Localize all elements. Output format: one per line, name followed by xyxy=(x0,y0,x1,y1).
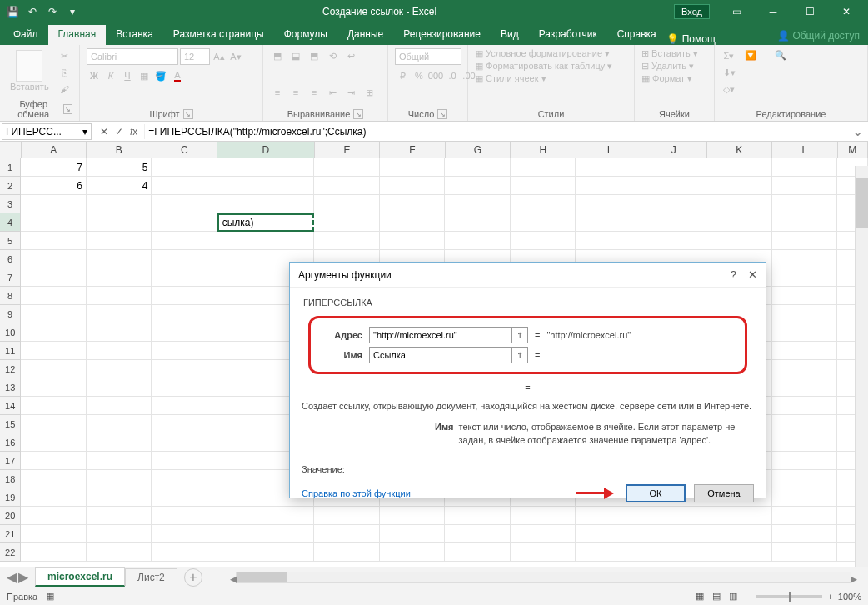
cell[interactable] xyxy=(21,360,86,378)
cell[interactable] xyxy=(511,177,576,195)
row-header[interactable]: 4 xyxy=(0,213,21,232)
cell[interactable] xyxy=(706,195,771,213)
cell[interactable] xyxy=(152,488,217,507)
row-header[interactable]: 5 xyxy=(0,232,21,250)
col-header[interactable]: C xyxy=(152,142,217,158)
cell[interactable] xyxy=(87,397,152,415)
shrink-font-icon[interactable]: A▾ xyxy=(228,49,243,64)
col-header[interactable]: F xyxy=(380,142,445,158)
paste-button[interactable]: Вставить xyxy=(7,48,52,93)
col-header[interactable]: B xyxy=(87,142,152,158)
cell[interactable] xyxy=(772,268,837,287)
cell[interactable] xyxy=(380,177,445,195)
cell[interactable] xyxy=(576,232,641,250)
tab-data[interactable]: Данные xyxy=(337,25,393,45)
cell[interactable] xyxy=(314,525,379,543)
cell[interactable] xyxy=(314,543,379,562)
cell[interactable] xyxy=(152,268,217,287)
cell-styles-button[interactable]: ▦ Стили ячеек ▾ xyxy=(475,73,546,84)
row-header[interactable]: 2 xyxy=(0,177,21,195)
tab-page-layout[interactable]: Разметка страницы xyxy=(163,25,274,45)
cut-icon[interactable]: ✂ xyxy=(57,48,72,63)
copy-icon[interactable]: ⎘ xyxy=(57,65,72,80)
cell[interactable] xyxy=(772,323,837,342)
col-header[interactable]: I xyxy=(576,142,641,158)
tab-help[interactable]: Справка xyxy=(607,25,666,45)
macro-record-icon[interactable]: ▦ xyxy=(46,591,54,602)
cell[interactable] xyxy=(21,213,86,232)
row-header[interactable]: 21 xyxy=(0,525,21,543)
close-icon[interactable]: ✕ xyxy=(830,0,863,23)
col-header[interactable]: K xyxy=(707,142,772,158)
cell[interactable] xyxy=(772,287,837,305)
merge-icon[interactable]: ⊞ xyxy=(362,85,377,100)
font-dialog-icon[interactable]: ↘ xyxy=(183,109,193,119)
cell[interactable] xyxy=(576,507,641,525)
cell[interactable] xyxy=(380,232,445,250)
cell[interactable] xyxy=(641,195,706,213)
fill-icon[interactable]: ⬇▾ xyxy=(721,65,736,80)
cell[interactable] xyxy=(21,323,86,342)
cell[interactable] xyxy=(87,342,152,360)
format-painter-icon[interactable]: 🖌 xyxy=(57,82,72,97)
font-size-combo[interactable]: 12 xyxy=(180,48,210,65)
cell[interactable] xyxy=(445,507,510,525)
cell[interactable] xyxy=(217,158,314,177)
cell[interactable] xyxy=(380,507,445,525)
cell[interactable] xyxy=(445,232,510,250)
range-select-icon[interactable]: ↥ xyxy=(511,347,528,363)
sort-filter-button[interactable]: 🔽 xyxy=(741,48,766,70)
align-bottom-icon[interactable]: ⬒ xyxy=(307,48,322,63)
col-header[interactable]: H xyxy=(511,142,576,158)
cell[interactable] xyxy=(576,158,641,177)
chevron-down-icon[interactable]: ▾ xyxy=(82,126,87,138)
col-header[interactable]: M xyxy=(838,142,869,158)
cell[interactable] xyxy=(641,158,706,177)
cell[interactable] xyxy=(152,433,217,452)
currency-icon[interactable]: ₽ xyxy=(395,68,410,83)
view-page-layout-icon[interactable]: ▤ xyxy=(712,591,721,602)
cell[interactable] xyxy=(87,360,152,378)
row-header[interactable]: 20 xyxy=(0,507,21,525)
cell[interactable] xyxy=(641,177,706,195)
cell[interactable] xyxy=(576,195,641,213)
cell[interactable] xyxy=(445,195,510,213)
col-header[interactable]: G xyxy=(446,142,511,158)
cell[interactable] xyxy=(772,232,837,250)
cell[interactable] xyxy=(21,342,86,360)
cell[interactable] xyxy=(772,433,837,452)
cell[interactable] xyxy=(217,507,314,525)
align-left-icon[interactable]: ≡ xyxy=(270,85,285,100)
cell[interactable] xyxy=(314,195,379,213)
row-header[interactable]: 10 xyxy=(0,323,21,342)
cell[interactable] xyxy=(511,232,576,250)
tab-developer[interactable]: Разработчик xyxy=(529,25,607,45)
cell[interactable] xyxy=(21,452,86,470)
cell[interactable] xyxy=(706,232,771,250)
ribbon-options-icon[interactable]: ▭ xyxy=(720,0,753,23)
cell[interactable] xyxy=(772,397,837,415)
help-icon[interactable]: ? xyxy=(731,268,736,281)
cell[interactable] xyxy=(576,525,641,543)
login-button[interactable]: Вход xyxy=(674,4,710,19)
find-select-button[interactable]: 🔍 xyxy=(771,48,796,70)
zoom-in-icon[interactable]: + xyxy=(827,592,832,602)
percent-icon[interactable]: % xyxy=(412,68,427,83)
cell[interactable] xyxy=(21,470,86,488)
range-select-icon[interactable]: ↥ xyxy=(511,327,528,343)
cell[interactable] xyxy=(445,158,510,177)
cell[interactable] xyxy=(87,213,152,232)
cell[interactable] xyxy=(641,232,706,250)
cell[interactable] xyxy=(152,250,217,268)
cell[interactable] xyxy=(772,452,837,470)
cell[interactable]: 5 xyxy=(87,158,152,177)
cell[interactable] xyxy=(706,543,771,562)
cell[interactable] xyxy=(445,177,510,195)
grow-font-icon[interactable]: A▴ xyxy=(212,49,227,64)
col-header[interactable]: L xyxy=(772,142,837,158)
cell[interactable] xyxy=(511,525,576,543)
cell[interactable] xyxy=(641,543,706,562)
cell[interactable] xyxy=(21,433,86,452)
zoom-level[interactable]: 100% xyxy=(838,592,861,602)
col-header[interactable]: D xyxy=(217,142,315,158)
